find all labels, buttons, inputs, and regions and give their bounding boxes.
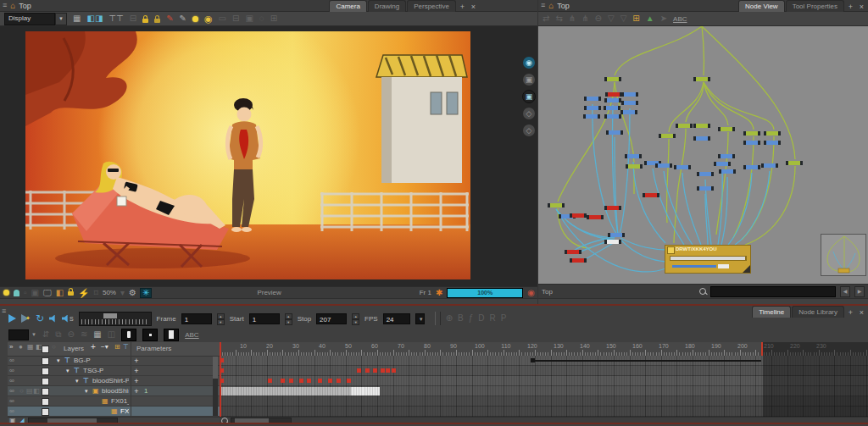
keyframe[interactable] [268, 379, 272, 383]
layer-row-bloodShirt[interactable]: ∞○▤◧▾▣bloodShirt+1 [8, 386, 220, 396]
expand-triangle[interactable]: ▾ [57, 356, 60, 366]
node-green[interactable] [604, 77, 621, 81]
chevron-down-icon[interactable]: ▼ [31, 330, 36, 339]
paint-lock-icon[interactable]: ◧ [56, 289, 64, 297]
tool-icon-4[interactable]: ◌ [259, 14, 264, 23]
add-layer-icon[interactable]: ⇵ [42, 330, 49, 339]
layer-name[interactable]: bloodShirt-P [92, 376, 129, 386]
node-blue[interactable] [743, 141, 760, 145]
node-red[interactable] [605, 92, 622, 97]
frame-spinner[interactable]: ▲▼ [217, 313, 225, 324]
search-next-button[interactable]: ▶ [854, 286, 865, 297]
layer-name[interactable]: TSG-P [83, 366, 103, 376]
node-blue[interactable] [584, 106, 601, 110]
ghost-tool-2[interactable]: B [458, 314, 464, 323]
frame-ruler[interactable]: 1020304050607080901001101201301401501601… [220, 342, 868, 357]
close-tab-button[interactable]: × [469, 2, 478, 12]
keyframe[interactable] [392, 368, 396, 373]
node-blue[interactable] [714, 162, 731, 166]
node-graph-canvas[interactable]: DRWT/XKK4YOU [538, 26, 868, 284]
hide-columns-icon[interactable]: ◫ [108, 330, 115, 339]
render-stop-icon[interactable]: ◉ [527, 289, 535, 297]
keyframe[interactable] [318, 379, 322, 383]
layer-name[interactable]: BG-P [74, 356, 91, 366]
node-blue[interactable] [674, 165, 691, 169]
pencil-gray-icon[interactable]: ✎ [180, 14, 186, 23]
flash-render-icon[interactable]: ⚡ [78, 289, 90, 297]
layer-enable-icon[interactable]: ∞ [9, 376, 14, 386]
tool-icon-3[interactable]: ▣ [245, 14, 253, 23]
zoom-level[interactable]: 50% [103, 289, 116, 296]
node-blue[interactable] [620, 110, 637, 114]
collapse-icon-2[interactable]: ▽ [620, 14, 627, 23]
zoom-dropdown-icon[interactable]: ▾ [120, 289, 125, 297]
node-white[interactable] [604, 240, 621, 244]
layer-color-swatch[interactable] [42, 408, 49, 416]
layer-enable-icon[interactable]: ∞ [9, 366, 14, 376]
node-blue[interactable] [606, 130, 623, 135]
start-spinner[interactable]: ▲▼ [285, 313, 292, 324]
render-play-button[interactable]: ✦ [21, 314, 31, 323]
nav-out-icon[interactable]: ⇆ [555, 14, 562, 23]
layer-name[interactable]: bloodShirt [102, 386, 129, 396]
keyframe[interactable] [365, 368, 370, 373]
camera-mask-icon[interactable]: ◧◨ [86, 14, 103, 23]
scrubber-thumb[interactable] [103, 313, 117, 318]
show-columns-icon[interactable]: ▦ [93, 330, 101, 339]
node-blue[interactable] [697, 172, 714, 176]
node-search-input[interactable] [710, 286, 836, 297]
toggle-thumbnails[interactable] [142, 329, 158, 341]
pencil-red-icon[interactable]: ✎ [166, 14, 173, 23]
layer-color-swatch[interactable] [42, 388, 49, 396]
camera-view-icon[interactable]: ◉ [523, 57, 535, 69]
node-blue[interactable] [608, 233, 625, 237]
column-divider[interactable] [131, 342, 131, 356]
keyframe[interactable] [337, 379, 341, 383]
ghost-tool-5[interactable]: R [490, 314, 496, 323]
add-layer-button[interactable]: + [91, 342, 96, 352]
peg-icon[interactable]: ⊤ [83, 376, 89, 386]
keyframe[interactable] [299, 379, 303, 383]
keyframe[interactable] [373, 368, 377, 373]
layer-row-bloodShirt-P[interactable]: ∞▾⊤bloodShirt-P+ [8, 376, 220, 386]
thumbnail-col-icon[interactable]: ▦ [27, 342, 34, 352]
lock-add-icon[interactable] [154, 19, 160, 23]
node-green[interactable] [626, 164, 643, 169]
keyframe[interactable] [289, 379, 293, 383]
layer-row-BG-P[interactable]: ∞▾⊤BG-P+ [8, 356, 220, 366]
layer-enable-icon[interactable]: ∞ [9, 386, 14, 396]
layer-thumb-icon[interactable]: ▤ [26, 386, 33, 396]
node-blue[interactable] [583, 114, 600, 119]
fps-input[interactable]: 24 [383, 313, 410, 324]
node-green[interactable] [786, 161, 803, 165]
node-green[interactable] [743, 131, 760, 136]
loop-button[interactable]: ↻ [36, 314, 44, 323]
node-green[interactable] [659, 134, 676, 138]
node-blue[interactable] [604, 98, 621, 102]
clone-icon[interactable]: ≋ [81, 330, 87, 339]
camera-canvas[interactable]: ◉ ▣ ▣ ◇ ◇ [0, 26, 537, 286]
sound-scrub-button[interactable]: S [62, 315, 74, 323]
ungroup-icon[interactable]: ⋔ [581, 14, 588, 23]
expand-triangle[interactable]: ▾ [66, 366, 70, 376]
fps-dropdown-button[interactable]: ▼ [415, 313, 425, 324]
node-blue[interactable] [604, 106, 620, 110]
onion-col-icon[interactable]: ○ [52, 342, 56, 352]
frame-input[interactable]: 1 [181, 313, 212, 324]
close-tab-button[interactable]: × [857, 2, 866, 12]
peg-icon[interactable]: ⊤ [64, 356, 70, 366]
duplicate-icon[interactable]: ⧉ [55, 330, 61, 339]
node-blue[interactable] [718, 154, 735, 158]
node-red[interactable] [565, 250, 581, 254]
nav-in-icon[interactable]: ⇄ [542, 14, 549, 23]
grp-icon[interactable]: ▦ [111, 407, 118, 417]
stop-frame-marker[interactable] [761, 342, 763, 356]
close-tab-button[interactable]: × [857, 307, 866, 318]
node-red[interactable] [643, 193, 659, 197]
tab-node-library[interactable]: Node Library [792, 306, 844, 318]
node-blue[interactable] [743, 165, 760, 169]
keyframe[interactable] [381, 368, 385, 373]
layer-color-swatch[interactable] [42, 398, 49, 406]
timeline-tracks-area[interactable]: 1020304050607080901001101201301401501601… [220, 342, 868, 424]
backdrop-icon[interactable]: ⊞ [632, 14, 639, 23]
